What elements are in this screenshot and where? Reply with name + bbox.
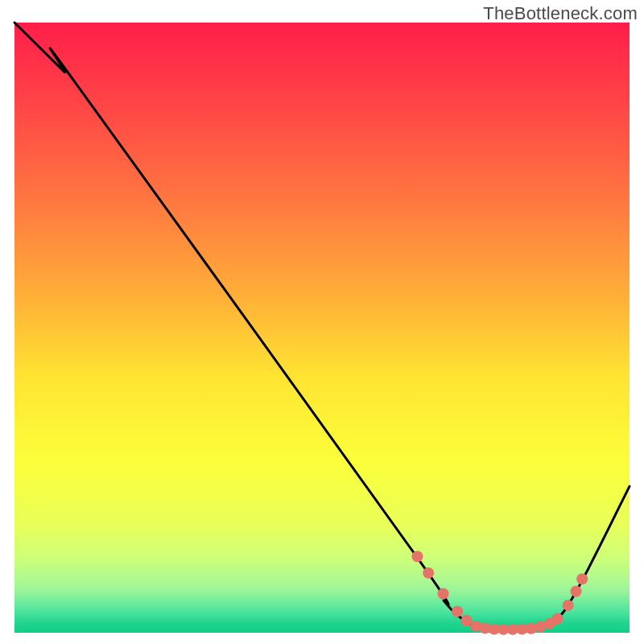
curve-marker [571,585,582,597]
curve-marker [411,551,423,562]
attribution-label: TheBottleneck.com [483,3,638,24]
gradient-background [14,23,630,633]
curve-marker [423,568,434,579]
curve-marker [576,573,588,584]
curve-marker [438,588,449,599]
curve-marker [452,605,463,617]
bottleneck-chart [0,0,644,644]
curve-marker [563,600,574,611]
curve-marker [552,613,564,625]
